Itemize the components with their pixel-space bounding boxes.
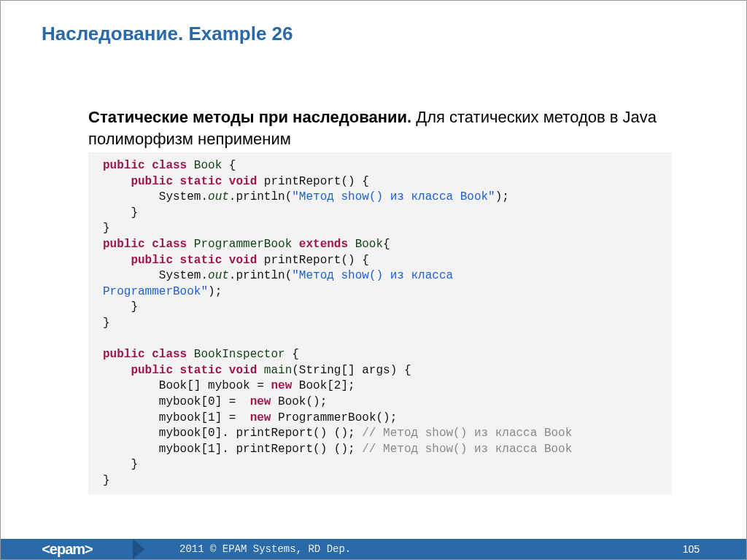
code-text: .println( [229,190,292,203]
code-text: mybook[1]. printReport() (); [103,443,362,456]
code-text: mybook[1] = [103,411,250,424]
code-type: BookInspector [187,348,285,361]
code-comment: // Метод show() из класса Book [362,427,572,440]
code-type: main [257,364,292,377]
footer-separator-icon [133,539,144,559]
code-kw: public class [103,159,187,172]
code-text: ); [208,285,222,298]
code-text: Book[2]; [292,379,355,392]
slide-title: Наследование. Example 26 [42,23,293,45]
code-kw: public class [103,238,187,251]
code-text: } [103,458,138,471]
code-kw: new [250,395,271,408]
code-kw: public static void [103,364,257,377]
slide: Наследование. Example 26 Статические мет… [0,0,747,560]
code-block: public class Book { public static void p… [88,152,672,494]
code-text: } [103,474,110,487]
footer-bar: <epam> 2011 © EPAM Systems, RD Dep. 105 [1,539,746,559]
code-text: } [103,206,138,219]
code-text: { [285,348,299,361]
code-text: printReport() { [257,254,369,267]
code-type: Book [187,159,222,172]
code-kw: public static void [103,254,257,267]
code-text: mybook[0]. printReport() (); [103,427,362,440]
code-type: Book [348,238,383,251]
code-text: (String[] args) { [292,364,411,377]
code-string: ProgrammerBook" [103,285,208,298]
slide-subtitle: Статические методы при наследовании. Для… [88,106,688,149]
code-comment: // Метод show() из класса Book [362,443,572,456]
page-number: 105 [683,543,700,555]
code-text: .println( [229,269,292,282]
code-text: } [103,316,110,330]
code-text: Book[] mybook = [103,379,271,392]
code-text: System. [103,269,208,282]
code-text: mybook[0] = [103,395,250,408]
code-text: Book(); [271,395,327,408]
code-text: System. [103,190,208,203]
code-text: printReport() { [257,175,369,188]
code-text: ); [495,190,509,203]
subtitle-bold: Статические методы при наследовании. [88,108,411,126]
code-kw: new [250,411,271,424]
code-text: { [222,159,236,172]
code-field: out [208,190,229,203]
epam-logo: <epam> [1,539,133,559]
code-field: out [208,269,229,282]
code-kw: extends [299,238,348,251]
code-string: "Метод show() из класса [292,269,453,282]
code-string: "Метод show() из класса Book" [292,190,495,203]
code-kw: public static void [103,175,257,188]
code-text: } [103,300,138,314]
code-text: } [103,222,110,235]
code-text: { [383,238,390,251]
code-kw: public class [103,348,187,361]
code-kw: new [271,379,292,392]
code-text: ProgrammerBook(); [271,411,397,424]
footer-copyright: 2011 © EPAM Systems, RD Dep. [179,543,351,555]
code-type: ProgrammerBook [187,238,299,251]
